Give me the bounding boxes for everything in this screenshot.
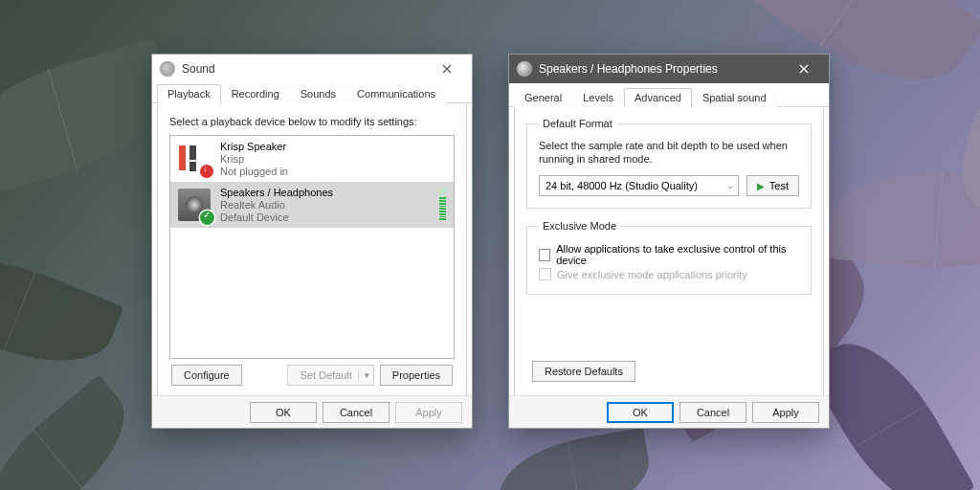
properties-button[interactable]: Properties: [380, 365, 453, 386]
device-row[interactable]: Krisp Speaker Krisp Not plugged in: [170, 136, 454, 182]
tab-levels[interactable]: Levels: [572, 88, 624, 107]
set-default-button[interactable]: Set Default▾: [287, 365, 373, 386]
exclusive-mode-group: Exclusive Mode Allow applications to tak…: [526, 220, 812, 295]
tab-advanced[interactable]: Advanced: [624, 88, 692, 107]
chevron-down-icon: ▾: [358, 370, 369, 380]
format-combobox[interactable]: 24 bit, 48000 Hz (Studio Quality) ⌵: [539, 175, 739, 196]
advanced-panel: Default Format Select the sample rate an…: [514, 108, 824, 423]
exclusive-control-checkbox[interactable]: Allow applications to take exclusive con…: [539, 243, 799, 266]
window-title: Speakers / Headphones Properties: [539, 62, 782, 76]
checkbox-icon: [539, 249, 550, 261]
cancel-button[interactable]: Cancel: [679, 402, 746, 423]
window-title: Sound: [182, 62, 425, 76]
tabstrip: General Levels Advanced Spatial sound: [509, 87, 829, 107]
properties-window: Speakers / Headphones Properties General…: [508, 54, 830, 429]
speaker-icon: [178, 189, 211, 221]
play-icon: ▶: [757, 181, 765, 191]
device-name: Speakers / Headphones: [220, 187, 333, 199]
speaker-icon: [517, 61, 532, 77]
tabstrip: Playback Recording Sounds Communications: [152, 83, 472, 103]
dialog-footer: OK Cancel Apply: [509, 395, 829, 428]
vu-meter-icon: [439, 189, 446, 220]
device-row[interactable]: Speakers / Headphones Realtek Audio Defa…: [170, 182, 454, 228]
device-list[interactable]: Krisp Speaker Krisp Not plugged in Speak…: [169, 135, 455, 359]
apply-button[interactable]: Apply: [752, 402, 819, 423]
default-check-icon: [200, 211, 214, 225]
device-status: Not plugged in: [220, 166, 288, 178]
device-name: Krisp Speaker: [220, 141, 288, 153]
format-value: 24 bit, 48000 Hz (Studio Quality): [546, 180, 698, 191]
configure-button[interactable]: Configure: [171, 365, 242, 386]
ok-button[interactable]: OK: [250, 402, 317, 423]
default-format-text: Select the sample rate and bit depth to …: [539, 139, 799, 166]
exclusive-priority-checkbox: Give exclusive mode applications priorit…: [539, 268, 799, 280]
exclusive-mode-legend: Exclusive Mode: [539, 220, 620, 232]
restore-defaults-button[interactable]: Restore Defaults: [532, 361, 635, 382]
default-format-group: Default Format Select the sample rate an…: [526, 118, 812, 209]
dialog-footer: OK Cancel Apply: [152, 395, 472, 428]
titlebar[interactable]: Speakers / Headphones Properties: [509, 55, 829, 83]
tab-communications[interactable]: Communications: [346, 84, 446, 103]
tab-playback[interactable]: Playback: [157, 84, 221, 103]
test-button[interactable]: ▶ Test: [746, 175, 799, 196]
tab-sounds[interactable]: Sounds: [290, 84, 346, 103]
cancel-button[interactable]: Cancel: [323, 402, 390, 423]
apply-button[interactable]: Apply: [395, 402, 462, 423]
default-format-legend: Default Format: [539, 118, 616, 129]
instruction-text: Select a playback device below to modify…: [169, 116, 455, 127]
device-status: Default Device: [220, 212, 333, 224]
titlebar[interactable]: Sound: [152, 55, 472, 83]
krisp-icon: [178, 143, 211, 175]
sound-window: Sound Playback Recording Sounds Communic…: [151, 54, 473, 429]
playback-panel: Select a playback device below to modify…: [157, 104, 467, 423]
device-driver: Krisp: [220, 153, 288, 166]
device-driver: Realtek Audio: [220, 199, 333, 212]
tab-general[interactable]: General: [514, 88, 572, 107]
unplugged-badge-icon: [200, 165, 213, 178]
sound-icon: [160, 61, 175, 77]
checkbox-icon: [539, 268, 551, 280]
tab-recording[interactable]: Recording: [221, 84, 290, 103]
chevron-down-icon: ⌵: [727, 181, 732, 190]
tab-spatial-sound[interactable]: Spatial sound: [692, 88, 777, 107]
close-icon[interactable]: [425, 56, 468, 82]
ok-button[interactable]: OK: [607, 402, 674, 423]
close-icon[interactable]: [782, 56, 825, 82]
